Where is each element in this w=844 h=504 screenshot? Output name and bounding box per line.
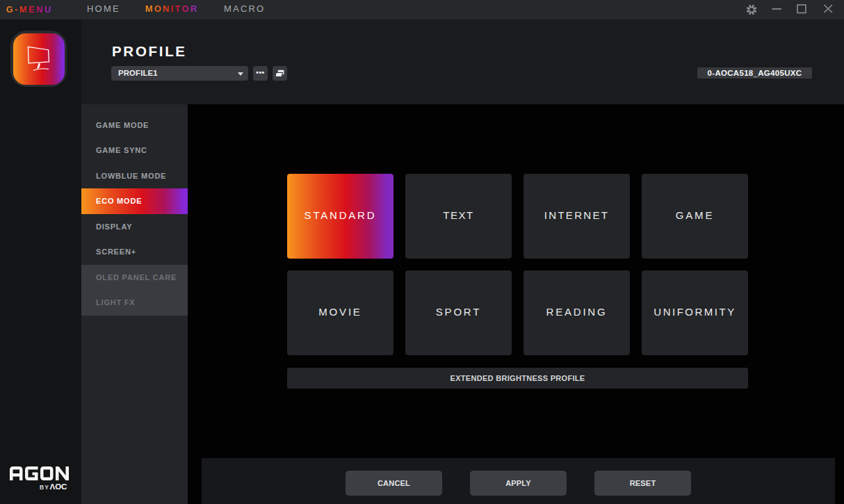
svg-text:BY: BY <box>40 484 49 491</box>
svg-text:ΛOC: ΛOC <box>50 482 67 491</box>
